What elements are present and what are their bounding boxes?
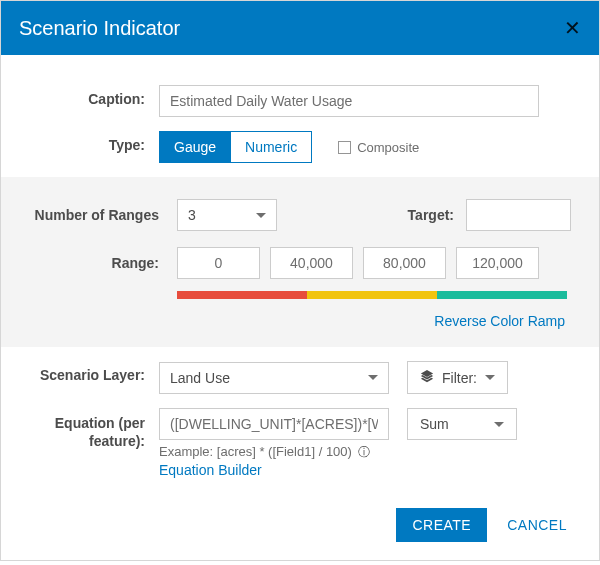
aggregation-value: Sum	[420, 416, 449, 432]
filter-button[interactable]: Filter:	[407, 361, 508, 394]
close-icon[interactable]: ✕	[564, 16, 581, 40]
dialog-footer: CREATE CANCEL	[1, 494, 599, 560]
target-input[interactable]	[466, 199, 571, 231]
caption-label: Caption:	[29, 85, 159, 107]
equation-label: Equation (per feature):	[29, 408, 159, 450]
num-ranges-select[interactable]: 3	[177, 199, 277, 231]
help-icon[interactable]: ⓘ	[358, 445, 370, 459]
cancel-button[interactable]: CANCEL	[497, 508, 577, 542]
caption-input[interactable]	[159, 85, 539, 117]
num-ranges-value: 3	[188, 207, 196, 223]
scenario-layer-select[interactable]: Land Use	[159, 362, 389, 394]
dialog-title: Scenario Indicator	[19, 17, 564, 40]
filter-label: Filter:	[442, 370, 477, 386]
type-gauge-button[interactable]: Gauge	[159, 131, 230, 163]
color-ramp	[177, 291, 567, 299]
chevron-down-icon	[485, 375, 495, 380]
title-bar: Scenario Indicator ✕	[1, 1, 599, 55]
composite-label: Composite	[357, 140, 419, 155]
chevron-down-icon	[368, 375, 378, 380]
equation-builder-link[interactable]: Equation Builder	[159, 462, 571, 478]
range-input-0[interactable]	[177, 247, 260, 279]
layers-icon	[420, 369, 434, 386]
composite-checkbox[interactable]: Composite	[338, 140, 419, 155]
range-label: Range:	[29, 255, 177, 271]
num-ranges-label: Number of Ranges	[29, 207, 177, 223]
scenario-indicator-dialog: Scenario Indicator ✕ Caption: Type: Gaug…	[0, 0, 600, 561]
type-numeric-button[interactable]: Numeric	[230, 131, 312, 163]
ramp-seg-2	[437, 291, 567, 299]
equation-input[interactable]	[159, 408, 389, 440]
chevron-down-icon	[494, 422, 504, 427]
equation-example: Example: [acres] * ([Field1] / 100) ⓘ	[159, 444, 571, 461]
scenario-layer-value: Land Use	[170, 370, 230, 386]
chevron-down-icon	[256, 213, 266, 218]
scenario-layer-label: Scenario Layer:	[29, 361, 159, 383]
ramp-seg-1	[307, 291, 437, 299]
range-config-panel: Number of Ranges 3 Target: Range:	[1, 177, 599, 347]
range-input-1[interactable]	[270, 247, 353, 279]
range-input-3[interactable]	[456, 247, 539, 279]
type-toggle-group: Gauge Numeric	[159, 131, 312, 163]
range-input-2[interactable]	[363, 247, 446, 279]
aggregation-select[interactable]: Sum	[407, 408, 517, 440]
target-label: Target:	[388, 207, 466, 223]
ramp-seg-0	[177, 291, 307, 299]
reverse-color-ramp-link[interactable]: Reverse Color Ramp	[29, 313, 571, 329]
checkbox-icon	[338, 141, 351, 154]
create-button[interactable]: CREATE	[396, 508, 487, 542]
type-label: Type:	[29, 131, 159, 153]
